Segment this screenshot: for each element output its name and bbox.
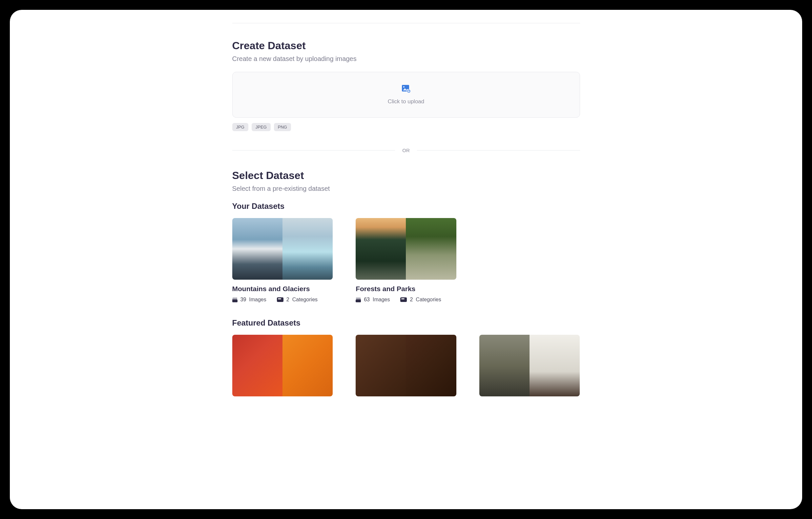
categories-meta: 2 Categories: [400, 297, 441, 303]
create-subtitle: Create a new dataset by uploading images: [232, 55, 580, 63]
categories-meta: 2 Categories: [277, 297, 318, 303]
featured-datasets-heading: Featured Datasets: [232, 318, 580, 328]
featured-datasets-grid: [232, 335, 580, 402]
divider-label: OR: [402, 148, 410, 153]
svg-point-1: [403, 86, 405, 88]
dataset-thumbnail: [356, 335, 456, 396]
dataset-card[interactable]: [356, 335, 456, 402]
dataset-thumbnail: [232, 335, 333, 396]
images-icon: [232, 297, 237, 302]
app-window: Create Dataset Create a new dataset by u…: [10, 10, 802, 509]
images-meta: 63 Images: [356, 297, 390, 303]
select-subtitle: Select from a pre-existing dataset: [232, 185, 580, 192]
categories-icon: [400, 297, 407, 302]
select-title: Select Dataset: [232, 170, 580, 182]
dataset-card[interactable]: Mountains and Glaciers 39 Images 2: [232, 218, 333, 303]
format-chip-jpg: JPG: [232, 123, 249, 131]
dataset-card[interactable]: [232, 335, 333, 402]
upload-text: Click to upload: [388, 98, 425, 105]
dataset-card[interactable]: [479, 335, 580, 402]
upload-image-icon: [402, 85, 411, 94]
dataset-meta: 63 Images 2 Categories: [356, 297, 456, 303]
or-divider: OR: [232, 148, 580, 153]
dataset-title: Forests and Parks: [356, 285, 456, 293]
dataset-thumbnail: [479, 335, 580, 396]
create-title: Create Dataset: [232, 40, 580, 52]
scroll-content[interactable]: Create Dataset Create a new dataset by u…: [10, 10, 802, 509]
dataset-meta: 39 Images 2 Categories: [232, 297, 333, 303]
your-datasets-grid: Mountains and Glaciers 39 Images 2: [232, 218, 580, 303]
dataset-card[interactable]: Forests and Parks 63 Images 2 Ca: [356, 218, 456, 303]
format-chip-jpeg: JPEG: [252, 123, 271, 131]
format-chip-png: PNG: [274, 123, 291, 131]
dataset-thumbnail: [232, 218, 333, 280]
format-chips: JPG JPEG PNG: [232, 123, 580, 131]
dataset-title: Mountains and Glaciers: [232, 285, 333, 293]
images-icon: [356, 297, 361, 302]
your-datasets-heading: Your Datasets: [232, 202, 580, 211]
images-meta: 39 Images: [232, 297, 266, 303]
categories-icon: [277, 297, 284, 302]
top-divider: [232, 23, 580, 23]
dataset-thumbnail: [356, 218, 456, 280]
upload-dropzone[interactable]: Click to upload: [232, 72, 580, 118]
